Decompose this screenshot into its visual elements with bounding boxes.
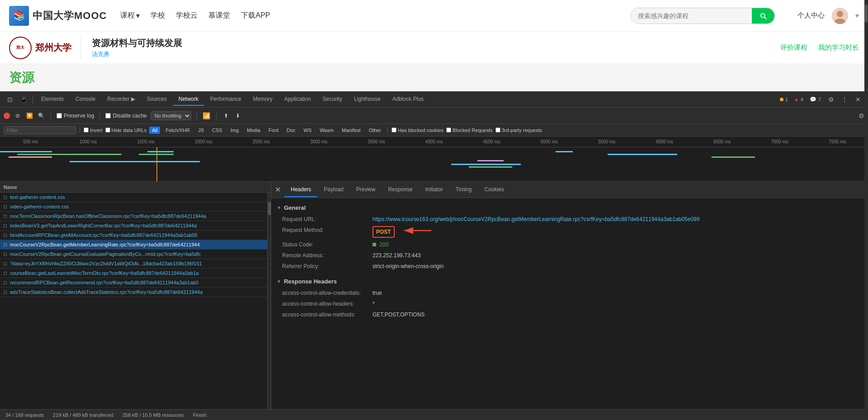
tab-adblock[interactable]: Adblock Plus — [387, 93, 429, 106]
request-item-10[interactable]: □ adsTraceStatisticsBean.collectAdsTrace… — [0, 288, 267, 297]
network-settings-icon[interactable]: ⚙ — [859, 112, 864, 119]
response-headers-section-title: Response Headers — [284, 278, 337, 285]
request-item-5[interactable]: □ mocCourseV2RpcBean.getMemberLearningRa… — [0, 240, 267, 250]
request-item-0[interactable]: □ text-gatherer-content.css — [0, 193, 267, 202]
referrer-policy-row: Referrer Policy: strict-origin-when-cros… — [282, 261, 863, 272]
filter-other-button[interactable]: Other — [366, 127, 384, 134]
detail-tab-payload[interactable]: Payload — [317, 183, 349, 197]
tab-memory[interactable]: Memory — [248, 93, 278, 106]
device-toolbar-icon[interactable]: 📱 — [17, 93, 30, 106]
hide-data-urls-checkbox[interactable]: Hide data URLs — [105, 127, 147, 133]
tab-security[interactable]: Security — [317, 93, 348, 106]
more-options-icon[interactable]: ⋮ — [838, 93, 851, 106]
nav-link-mooc[interactable]: 慕课堂 — [208, 11, 230, 20]
logo[interactable]: 📚 中国大学MOOC — [9, 6, 107, 26]
request-item-6[interactable]: □ mocCourseV2RpcBean.getCourseEvaluatePa… — [0, 250, 267, 259]
remote-address-row: Remote Address: 223.252.199.73:443 — [282, 250, 863, 261]
nav-link-courses[interactable]: 课程 ▾ — [120, 11, 140, 20]
detail-scrollbar[interactable] — [864, 198, 868, 409]
request-item-7[interactable]: □ ?data=eyJkYXRhVHlwZZI6IClJlliwic2Vzc2l… — [0, 259, 267, 269]
tab-console[interactable]: Console — [70, 93, 101, 106]
toolbar-separator-3 — [197, 111, 197, 120]
status-code-value: 200 — [373, 241, 863, 249]
clear-requests-icon[interactable]: ⊘ — [14, 112, 22, 120]
tab-sources[interactable]: Sources — [142, 93, 172, 106]
preserve-log-checkbox[interactable]: Preserve log — [57, 113, 94, 119]
settings-icon[interactable]: ⚙ — [825, 93, 837, 106]
export-requests-icon[interactable]: ⬇ — [234, 112, 242, 120]
scrollbar[interactable] — [267, 193, 271, 409]
detail-content[interactable]: ▼ General Request URL: https://www.icour… — [271, 198, 868, 409]
inspect-element-icon[interactable]: ⊡ — [4, 93, 16, 106]
request-item-8[interactable]: □ courseBean.getLastLearnedMocTermDto.rp… — [0, 269, 267, 278]
item-checkbox-9: □ — [4, 280, 10, 285]
tab-performance[interactable]: Performance — [205, 93, 247, 106]
close-detail-button[interactable]: ✕ — [275, 185, 281, 194]
remote-address-value: 223.252.199.73:443 — [373, 251, 863, 260]
filter-doc-button[interactable]: Doc — [284, 127, 298, 134]
disable-cache-checkbox[interactable]: Disable cache — [105, 113, 146, 119]
devtools-panel: ⊡ 📱 Elements Console Recorder ▶ Sources … — [0, 91, 868, 420]
tab-elements[interactable]: Elements — [36, 93, 69, 106]
nav-link-cloud[interactable]: 学校云 — [176, 11, 198, 20]
request-item-3[interactable]: □ indexBeanV3.getTopAndLowerRightCornerB… — [0, 221, 267, 231]
personal-center-link[interactable]: 个人中心 — [797, 11, 825, 20]
invert-filter-checkbox[interactable]: Invert — [84, 127, 103, 133]
request-item-9[interactable]: □ recommendRPCBean.getRecommend.rpc?csrf… — [0, 278, 267, 288]
has-blocked-cookies-checkbox[interactable]: Has blocked cookies — [392, 127, 443, 133]
general-section-header[interactable]: ▼ General — [271, 202, 868, 214]
import-requests-icon[interactable]: ⬆ — [222, 112, 230, 120]
filter-css-button[interactable]: CSS — [209, 127, 225, 134]
evaluate-course-link[interactable]: 评价课程 — [780, 43, 807, 52]
message-badge: 💬 7 — [807, 96, 824, 103]
learning-time-link[interactable]: 我的学习时长 — [818, 43, 859, 52]
nav-link-school[interactable]: 学校 — [151, 11, 165, 20]
filter-fetch-xhr-button[interactable]: Fetch/XHR — [163, 127, 193, 134]
third-party-requests-checkbox[interactable]: 3rd-party requests — [495, 127, 542, 133]
filter-js-button[interactable]: JS — [195, 127, 207, 134]
tab-network[interactable]: Network — [173, 93, 204, 106]
nav-link-download[interactable]: 下载APP — [241, 11, 270, 20]
timeline-mark-9: 5000 ms — [520, 139, 578, 144]
filter-wasm-button[interactable]: Wasm — [317, 127, 336, 134]
access-control-methods-label: access-control-allow-methods: — [282, 311, 373, 319]
request-list-scroll[interactable]: □ text-gatherer-content.css □ video-gath… — [0, 193, 267, 409]
tab-lighthouse[interactable]: Lighthouse — [349, 93, 386, 106]
detail-tab-response[interactable]: Response — [382, 183, 419, 197]
avatar[interactable] — [832, 8, 848, 24]
access-control-headers-row: access-control-allow-headers: * — [282, 298, 863, 309]
detail-tab-cookies[interactable]: Cookies — [478, 183, 510, 197]
detail-tabs: ✕ Headers Payload Preview Response Initi… — [271, 182, 868, 198]
close-devtools-icon[interactable]: ✕ — [852, 93, 864, 106]
filter-font-button[interactable]: Font — [266, 127, 281, 134]
detail-tab-headers[interactable]: Headers — [284, 183, 317, 197]
course-banner-text: 资源 — [9, 69, 34, 86]
request-item-2[interactable]: □ mocTermClassroomRpcBean.hasOfflineClas… — [0, 212, 267, 221]
detail-tab-timing[interactable]: Timing — [449, 183, 478, 197]
scrollbar-thumb[interactable] — [268, 202, 271, 215]
tab-application[interactable]: Application — [279, 93, 316, 106]
toolbar-separator-1 — [51, 112, 51, 119]
search-button[interactable] — [752, 8, 774, 24]
tab-recorder[interactable]: Recorder ▶ — [102, 93, 141, 106]
throttle-select[interactable]: No throttling — [151, 111, 191, 120]
filter-ws-button[interactable]: WS — [301, 127, 315, 134]
request-item-4[interactable]: □ bindAccountRPCBean.getAllAccount.rpc?c… — [0, 231, 267, 240]
search-requests-icon[interactable]: 🔍 — [37, 112, 45, 120]
request-item-1[interactable]: □ video-gatherer-content.css — [0, 202, 267, 212]
filter-icon[interactable]: 🔽 — [25, 112, 33, 120]
filter-media-button[interactable]: Media — [244, 127, 263, 134]
detail-tab-preview[interactable]: Preview — [350, 183, 382, 197]
detail-tab-initiator[interactable]: Initiator — [419, 183, 449, 197]
timeline-mark-7: 4000 ms — [405, 139, 462, 144]
filter-img-button[interactable]: Img — [228, 127, 241, 134]
blocked-requests-checkbox[interactable]: Blocked Requests — [446, 127, 493, 133]
filter-manifest-button[interactable]: Manifest — [339, 127, 363, 134]
search-input[interactable] — [631, 8, 752, 24]
course-header: 郑大 郑州大学 资源材料与可持续发展 汤克勇 评价课程 我的学习时长 — [0, 32, 868, 64]
filter-input[interactable] — [4, 126, 76, 134]
filter-all-button[interactable]: All — [149, 127, 160, 134]
record-button[interactable] — [4, 113, 10, 119]
response-headers-section-header[interactable]: ▼ Response Headers — [271, 275, 868, 288]
timeline-bar-5 — [139, 154, 174, 155]
